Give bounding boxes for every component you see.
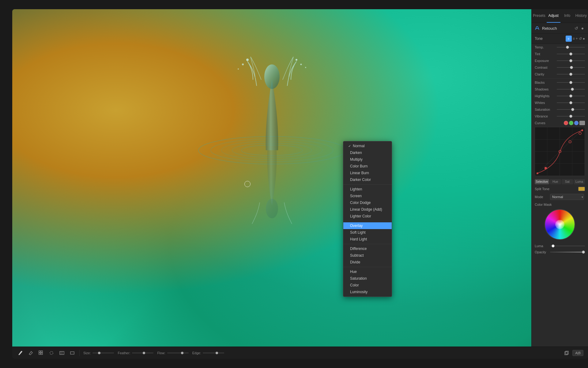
- slider-track-7[interactable]: [557, 96, 585, 96]
- slider-track-5[interactable]: [557, 82, 585, 83]
- retouch-reset-btn[interactable]: ↺: [574, 26, 579, 31]
- curve-blue-btn[interactable]: [574, 121, 579, 125]
- curves-graph[interactable]: [535, 127, 585, 176]
- dropdown-item-soft-light[interactable]: Soft Light: [343, 229, 392, 236]
- eraser-tool-btn[interactable]: [27, 350, 34, 356]
- dropdown-item-linear-burn[interactable]: Linear Burn: [343, 170, 392, 176]
- edge-slider[interactable]: [203, 353, 224, 353]
- lasso-tool-btn[interactable]: [48, 350, 55, 356]
- luma-slider-thumb[interactable]: [552, 244, 555, 247]
- dropdown-item-darker-color[interactable]: Darker Color: [343, 176, 392, 183]
- tab-presets[interactable]: Presets: [532, 9, 547, 23]
- edge-control: Edge:: [192, 351, 224, 355]
- feather-slider[interactable]: [132, 353, 153, 353]
- dropdown-item-color-burn[interactable]: Color Burn: [343, 163, 392, 170]
- grid-tool-btn[interactable]: [38, 350, 44, 356]
- slider-track-9[interactable]: [557, 109, 585, 110]
- split-tone-swatch[interactable]: [578, 187, 585, 191]
- brush-tool-btn[interactable]: [17, 350, 24, 356]
- tone-add-icon[interactable]: +: [576, 36, 578, 41]
- tone-reset-icon[interactable]: ↺: [579, 36, 582, 41]
- color-wheel[interactable]: [545, 209, 575, 240]
- slider-row-shadows: Shadows: [532, 86, 588, 93]
- slider-thumb-5[interactable]: [569, 81, 572, 84]
- curves-tab-sat[interactable]: Sat: [562, 179, 573, 184]
- slider-track-1[interactable]: [557, 54, 585, 54]
- dropdown-item-hue[interactable]: Hue: [343, 268, 392, 275]
- dropdown-item-lighter-color[interactable]: Lighter Color: [343, 213, 392, 220]
- size-slider-thumb[interactable]: [98, 352, 100, 354]
- water-drop-svg: [195, 18, 349, 227]
- feather-slider-thumb[interactable]: [143, 352, 145, 354]
- slider-track-4[interactable]: [557, 74, 585, 75]
- curves-tab-hue[interactable]: Hue: [550, 179, 561, 184]
- slider-track-2[interactable]: [557, 60, 585, 61]
- right-panel: Presets Adjust Info History Retouch ↺ ●: [531, 9, 588, 347]
- dropdown-item-color[interactable]: Color: [343, 282, 392, 289]
- slider-thumb-2[interactable]: [569, 59, 572, 62]
- dropdown-item-lighten[interactable]: Lighten: [343, 186, 392, 193]
- slider-track-0[interactable]: [557, 47, 585, 48]
- slider-track-10[interactable]: [557, 116, 585, 117]
- slider-row-exposure: Exposure: [532, 57, 588, 64]
- slider-track-6[interactable]: [557, 89, 585, 90]
- slider-thumb-4[interactable]: [569, 73, 572, 76]
- curve-all-btn[interactable]: [579, 121, 585, 125]
- dropdown-item-color-dodge[interactable]: Color Dodge: [343, 199, 392, 206]
- slider-row-saturation: Saturation: [532, 106, 588, 113]
- dropdown-item-darken[interactable]: Darken: [343, 149, 392, 156]
- ab-compare-btn[interactable]: A|B: [572, 350, 583, 356]
- flow-slider[interactable]: [167, 353, 189, 353]
- slider-thumb-7[interactable]: [569, 94, 572, 98]
- opacity-slider-track[interactable]: [550, 252, 585, 252]
- dropdown-item-linear-dodge-(add)[interactable]: Linear Dodge (Add): [343, 206, 392, 213]
- tone-label: Tone: [535, 36, 565, 41]
- slider-thumb-0[interactable]: [566, 46, 569, 49]
- tone-toggle-icon[interactable]: ●: [583, 36, 585, 41]
- retouch-toggle-btn[interactable]: ●: [580, 26, 585, 31]
- dropdown-item-screen[interactable]: Screen: [343, 193, 392, 199]
- edge-slider-thumb[interactable]: [216, 352, 218, 354]
- slider-thumb-9[interactable]: [571, 108, 574, 111]
- curve-green-btn[interactable]: [569, 121, 573, 125]
- dropdown-item-saturation[interactable]: Saturation: [343, 275, 392, 282]
- opacity-slider-thumb[interactable]: [582, 251, 585, 254]
- slider-track-3[interactable]: [557, 67, 585, 68]
- luma-slider-track[interactable]: [550, 246, 585, 246]
- curve-red-btn[interactable]: [564, 121, 568, 125]
- mode-select[interactable]: NormalDarkenMultiplyColor BurnLinear Bur…: [550, 194, 584, 200]
- dropdown-item-multiply[interactable]: Multiply: [343, 156, 392, 163]
- edge-label: Edge:: [192, 351, 201, 355]
- dropdown-item-normal[interactable]: Normal: [343, 143, 392, 149]
- tone-list-icon[interactable]: ≡: [573, 36, 575, 41]
- dropdown-item-divide[interactable]: Divide: [343, 259, 392, 266]
- curves-tab-luma[interactable]: Luma: [574, 179, 585, 184]
- gradient-tool-btn[interactable]: [58, 350, 65, 356]
- dropdown-item-subtract[interactable]: Subtract: [343, 252, 392, 259]
- curves-tab-selective[interactable]: Selective: [535, 179, 549, 184]
- dropdown-item-hard-light[interactable]: Hard Light: [343, 236, 392, 243]
- slider-row-whites: Whites: [532, 99, 588, 106]
- flow-slider-thumb[interactable]: [181, 352, 183, 354]
- tab-adjust[interactable]: Adjust: [547, 9, 560, 23]
- tab-info[interactable]: Info: [560, 9, 574, 23]
- slider-track-8[interactable]: [557, 102, 585, 103]
- slider-thumb-3[interactable]: [570, 66, 573, 69]
- slider-row-temp.: Temp.: [532, 44, 588, 51]
- color-wheel-inner: [555, 220, 564, 229]
- dropdown-item-luminosity[interactable]: Luminosity: [343, 289, 392, 295]
- slider-thumb-6[interactable]: [571, 88, 574, 91]
- slider-thumb-8[interactable]: [569, 101, 572, 104]
- size-slider[interactable]: [92, 353, 114, 353]
- tab-history[interactable]: History: [574, 9, 588, 23]
- copy-tool-btn[interactable]: [563, 350, 570, 356]
- rect-tool-btn[interactable]: [69, 350, 76, 356]
- dropdown-item-overlay[interactable]: Overlay: [343, 222, 392, 229]
- slider-thumb-1[interactable]: [569, 52, 572, 56]
- mode-select-wrapper[interactable]: NormalDarkenMultiplyColor BurnLinear Bur…: [550, 194, 585, 200]
- svg-point-6: [246, 59, 249, 61]
- slider-thumb-10[interactable]: [569, 115, 572, 118]
- tone-active-btn[interactable]: ≡: [566, 36, 572, 42]
- dropdown-item-difference[interactable]: Difference: [343, 245, 392, 252]
- svg-point-5: [264, 64, 280, 89]
